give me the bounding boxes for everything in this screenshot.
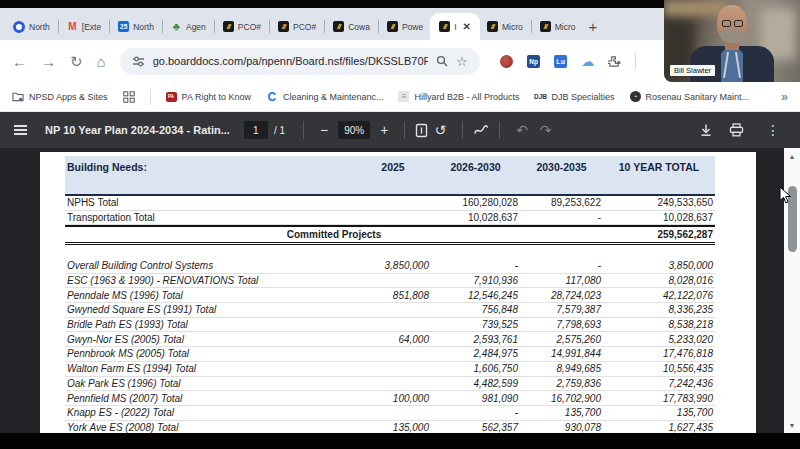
omnibox[interactable]: go.boarddocs.com/pa/npenn/Board.nsf/file… xyxy=(120,48,480,75)
value-2026-2030: 1,606,750 xyxy=(431,363,520,374)
value-2030-2035: - xyxy=(520,260,603,271)
tab-separator xyxy=(162,20,163,33)
url-text[interactable]: go.boarddocs.com/pa/npenn/Board.nsf/file… xyxy=(153,55,428,67)
spacer-row xyxy=(65,245,715,259)
value-2030-2035: 89,253,622 xyxy=(520,197,603,208)
project-name: Knapp ES - (2022) Total xyxy=(65,407,355,418)
value-2025: 64,000 xyxy=(355,334,431,345)
zoom-level-input[interactable]: 90% xyxy=(338,121,370,139)
site-settings-tune-icon[interactable] xyxy=(132,55,145,68)
home-icon[interactable]: ⌂ xyxy=(97,54,106,69)
bookmark-djb-specialties[interactable]: DJB DJB Specialties xyxy=(535,91,615,103)
bookmark-npsd-apps[interactable]: NPSD Apps & Sites xyxy=(12,91,108,103)
tab-pco-1[interactable]: /// PCO# xyxy=(216,13,268,40)
boarddocs-icon: /// xyxy=(278,21,289,32)
search-icon[interactable] xyxy=(436,55,448,67)
value-2030-2035: 2,759,836 xyxy=(520,378,603,389)
value-2030-2035: 28,724,023 xyxy=(520,290,603,301)
bookmark-rosenau[interactable]: ◔ Rosenau Sanitary Maint... xyxy=(630,91,750,102)
back-icon[interactable]: ← xyxy=(12,54,27,69)
value-2030-2035: 14,991,844 xyxy=(520,348,603,359)
tab-north-2[interactable]: 25 North xyxy=(111,13,161,40)
value-2026-2030: - xyxy=(431,407,520,418)
tab-active-boarddocs[interactable]: /// I ✕ xyxy=(430,13,480,40)
fit-page-icon[interactable] xyxy=(415,123,428,138)
bookmark-star-icon[interactable]: ☆ xyxy=(456,54,468,69)
bookmark-label: Rosenau Sanitary Maint... xyxy=(646,92,750,102)
tab-gmail[interactable]: M [Exte xyxy=(60,13,108,40)
tab-power[interactable]: /// Powe xyxy=(380,13,430,40)
blue-extension-icon[interactable]: Lu xyxy=(554,55,567,68)
undo-icon[interactable]: ↶ xyxy=(516,123,528,137)
project-row: ESC (1963 & 1990) - RENOVATIONS Total 7,… xyxy=(65,274,715,289)
value-2030-2035: 16,702,900 xyxy=(520,393,603,404)
tab-pco-2[interactable]: /// PCO# xyxy=(271,13,323,40)
value-2026-2030: 12,546,245 xyxy=(431,290,520,301)
pdf-document-title: NP 10 Year Plan 2024-2034 - Ratin... xyxy=(45,124,230,136)
rosenau-icon: ◔ xyxy=(630,91,641,102)
bookmark-pa-right-to-know[interactable]: PA PA Right to Know xyxy=(166,92,251,102)
tab-separator xyxy=(531,20,532,33)
zoom-out-button[interactable]: − xyxy=(320,123,328,137)
table-header-row: Building Needs: 2025 2026-2030 2030-2035… xyxy=(65,156,715,196)
value-2026-2030: 2,484,975 xyxy=(431,348,520,359)
bookmark-label: PA Right to Know xyxy=(182,92,251,102)
red-extension-icon[interactable] xyxy=(500,55,513,68)
bookmark-label: DJB Specialties xyxy=(552,92,615,102)
tab-north-1[interactable]: North xyxy=(6,13,57,40)
project-name: Walton Farm ES (1994) Total xyxy=(65,363,355,374)
tab-label: PCO# xyxy=(293,22,316,32)
bookmarks-overflow-chevron[interactable]: » xyxy=(781,90,788,104)
scroll-up-arrow-icon[interactable]: ▲ xyxy=(784,150,800,162)
value-10-year-total: 8,028,016 xyxy=(603,275,715,286)
tab-micro-1[interactable]: /// Micro xyxy=(480,13,530,40)
new-tab-button[interactable]: + xyxy=(588,18,597,35)
value-10-year-total: 17,783,990 xyxy=(603,393,715,404)
tab-agenda[interactable]: ♣ Agen xyxy=(164,13,213,40)
bookmark-label: NPSD Apps & Sites xyxy=(29,92,108,102)
redo-icon[interactable]: ↷ xyxy=(540,123,552,137)
project-name: Bridle Path ES (1993) Total xyxy=(65,319,355,330)
value-2026-2030: 739,525 xyxy=(431,319,520,330)
value-10-year-total: 8,336,235 xyxy=(603,304,715,315)
value-2030-2035: 8,949,685 xyxy=(520,363,603,374)
forward-icon[interactable]: → xyxy=(41,54,56,69)
cloud-extension-icon[interactable]: ☁ xyxy=(581,54,595,68)
menu-icon[interactable] xyxy=(14,125,27,135)
project-name: ESC (1963 & 1990) - RENOVATIONS Total xyxy=(65,275,355,286)
value-2026-2030: - xyxy=(431,260,520,271)
page-number-input[interactable]: 1 xyxy=(244,121,268,139)
extensions-puzzle-icon[interactable] xyxy=(608,54,622,68)
print-icon[interactable] xyxy=(729,123,744,137)
gmail-icon: M xyxy=(67,21,78,32)
djb-icon: DJB xyxy=(535,91,547,103)
rotate-icon[interactable]: ↺ xyxy=(434,123,446,137)
project-name: York Ave ES (2008) Total xyxy=(65,422,355,433)
toolbar-divider xyxy=(462,121,463,139)
more-options-icon[interactable]: ⋮ xyxy=(766,123,780,137)
scroll-down-arrow-icon[interactable]: ▼ xyxy=(784,419,800,431)
tab-close-icon[interactable]: ✕ xyxy=(463,21,471,32)
calendar-icon: 25 xyxy=(118,21,129,32)
tab-separator xyxy=(58,20,59,33)
tab-label: North xyxy=(29,22,50,32)
zoom-in-button[interactable]: + xyxy=(380,123,388,137)
project-row: Gwyn-Nor ES (2005) Total 64,000 2,593,76… xyxy=(65,332,715,347)
project-rows: Overall Building Control Systems 3,850,0… xyxy=(65,259,715,449)
np-extension-icon[interactable]: Np xyxy=(527,55,540,68)
apps-grid-icon[interactable] xyxy=(123,91,135,103)
blue-c-icon: C xyxy=(266,91,278,103)
tab-cowa[interactable]: /// Cowa xyxy=(326,13,377,40)
reload-icon[interactable]: ↻ xyxy=(70,54,83,69)
value-2030-2035: 7,798,693 xyxy=(520,319,603,330)
download-icon[interactable] xyxy=(699,123,713,137)
tab-micro-2[interactable]: /// Micro xyxy=(533,13,583,40)
summary-row: Transportation Total 10,028,637 - 10,028… xyxy=(65,211,715,226)
webcam-overlay: Bill Slawter xyxy=(664,0,800,82)
video-call-screen-share: North M [Exte 25 North ♣ Agen /// PCO# /… xyxy=(0,0,800,449)
bookmark-hillyard[interactable]: ≡ Hillyard B2B - All Products xyxy=(398,91,519,102)
annotate-pen-icon[interactable] xyxy=(473,123,489,137)
bookmark-cleaning-maintenance[interactable]: C Cleaning & Maintenanc... xyxy=(266,91,384,103)
tree-icon: ♣ xyxy=(171,21,182,32)
bookmark-label: Cleaning & Maintenanc... xyxy=(283,92,384,102)
